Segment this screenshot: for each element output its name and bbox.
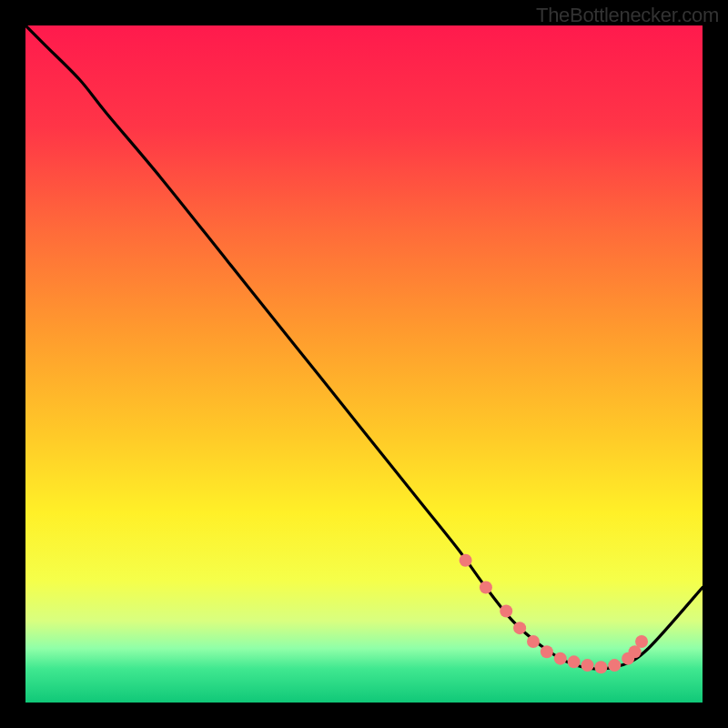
data-point [581, 659, 594, 672]
chart-svg [25, 25, 703, 703]
data-point [554, 652, 567, 665]
data-point [635, 635, 648, 648]
data-point [594, 661, 607, 673]
data-point [480, 581, 492, 594]
plot-frame [25, 25, 703, 703]
data-point [513, 622, 526, 634]
gradient-background [25, 25, 703, 703]
data-point [568, 655, 581, 668]
data-point [460, 554, 472, 567]
data-point [608, 659, 621, 672]
attribution-text: TheBottlenecker.com [536, 4, 719, 27]
data-point [527, 635, 540, 648]
data-point [500, 605, 512, 618]
data-point [541, 645, 553, 658]
